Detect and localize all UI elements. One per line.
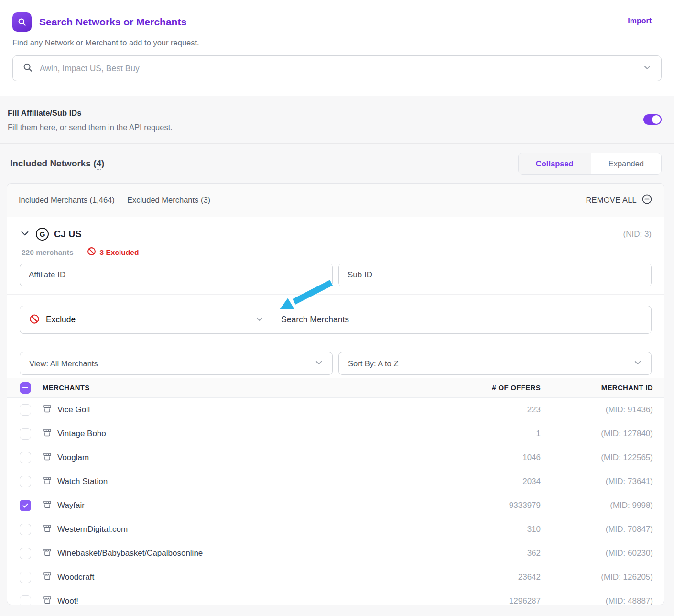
offers-value: 223: [397, 405, 541, 415]
row-checkbox[interactable]: [20, 428, 31, 440]
merchant-name-cell: Woot!: [43, 595, 397, 605]
table-row[interactable]: Winebasket/Babybasket/Capalbosonline 362…: [7, 541, 664, 565]
page-title: Search Networks or Merchants: [39, 16, 186, 28]
merchant-id-value: (MID: 122565): [541, 453, 653, 462]
merchant-name: Vice Golf: [57, 405, 90, 415]
merchant-count: 220 merchants: [22, 248, 74, 257]
row-checkbox[interactable]: [20, 404, 31, 416]
row-checkbox[interactable]: [20, 524, 31, 535]
merchant-name-cell: Wayfair: [43, 500, 397, 511]
table-row[interactable]: Vice Golf 223 (MID: 91436): [7, 398, 664, 422]
row-checkbox[interactable]: [20, 500, 31, 511]
table-row[interactable]: Woodcraft 23642 (MID: 126205): [7, 565, 664, 589]
row-checkbox[interactable]: [20, 548, 31, 559]
toggle-knob: [652, 115, 661, 124]
id-inputs-row: [20, 264, 652, 286]
divider: [7, 294, 664, 295]
network-meta-row: 220 merchants 3 Excluded: [20, 247, 652, 258]
offers-value: 2034: [397, 477, 541, 486]
network-search-combobox[interactable]: [12, 55, 662, 81]
table-row[interactable]: Vintage Boho 1 (MID: 127840): [7, 422, 664, 446]
column-header-merchant-id: MERCHANT ID: [541, 384, 653, 392]
table-row[interactable]: Wayfair 9333979 (MID: 9998): [7, 494, 664, 517]
offers-value: 1: [397, 429, 541, 439]
fill-ids-section: Fill Affiliate/Sub IDs Fill them here, o…: [0, 96, 674, 144]
table-row[interactable]: Watch Station 2034 (MID: 73641): [7, 470, 664, 494]
merchant-name-cell: Vice Golf: [43, 404, 397, 416]
merchant-name: Wayfair: [57, 501, 85, 510]
row-checkbox[interactable]: [20, 452, 31, 463]
search-icon: [22, 62, 33, 75]
merchant-name-cell: WesternDigital.com: [43, 524, 397, 535]
storefront-icon: [43, 476, 52, 487]
tab-excluded-merchants[interactable]: Excluded Merchants (3): [127, 196, 210, 205]
affiliate-id-field[interactable]: [20, 264, 333, 286]
chevron-down-icon[interactable]: [20, 228, 30, 241]
included-networks-row: Included Networks (4) Collapsed Expanded: [0, 144, 674, 183]
merchant-name: Vooglam: [57, 453, 89, 462]
merchant-search-input[interactable]: [281, 315, 643, 325]
sort-filter-value: Sort By: A to Z: [348, 359, 398, 368]
storefront-icon: [43, 595, 52, 605]
storefront-icon: [43, 404, 52, 416]
exclude-mode-select[interactable]: Exclude: [20, 306, 273, 333]
table-row[interactable]: WesternDigital.com 310 (MID: 70847): [7, 517, 664, 541]
merchant-name-cell: Vintage Boho: [43, 428, 397, 440]
tab-included-merchants[interactable]: Included Merchants (1,464): [19, 196, 115, 205]
merchants-card: Included Merchants (1,464) Excluded Merc…: [7, 183, 664, 605]
storefront-icon: [43, 428, 52, 440]
remove-all-label: REMOVE ALL: [586, 196, 637, 205]
merchant-name-cell: Vooglam: [43, 452, 397, 463]
sort-filter-dropdown[interactable]: Sort By: A to Z: [338, 352, 652, 375]
select-all-checkbox[interactable]: [20, 382, 31, 394]
sub-id-field[interactable]: [338, 264, 652, 286]
fill-ids-text: Fill Affiliate/Sub IDs Fill them here, o…: [8, 109, 173, 132]
merchant-name-cell: Winebasket/Babybasket/Capalbosonline: [43, 548, 397, 559]
column-header-merchants: MERCHANTS: [43, 384, 397, 392]
fill-ids-title: Fill Affiliate/Sub IDs: [8, 109, 173, 118]
excluded-count-label: 3 Excluded: [100, 248, 139, 257]
import-button[interactable]: Import: [628, 17, 652, 25]
networks-count: 4: [97, 158, 102, 170]
network-header-row: Ǥ CJ US (NID: 3): [20, 228, 652, 241]
view-filter-dropdown[interactable]: View: All Merchants: [20, 352, 333, 375]
no-entry-icon: [29, 314, 40, 326]
merchant-id-value: (MID: 73641): [541, 477, 653, 486]
row-checkbox[interactable]: [20, 572, 31, 583]
merchant-id-value: (MID: 91436): [541, 405, 653, 415]
offers-value: 1296287: [397, 596, 541, 605]
merchant-name-cell: Woodcraft: [43, 572, 397, 583]
merchant-list: Vice Golf 223 (MID: 91436) Vintage Boho …: [7, 398, 664, 605]
indeterminate-minus-icon: [22, 387, 28, 388]
header-subtitle: Find any Network or Merchant to add to y…: [12, 38, 662, 47]
merchant-name-cell: Watch Station: [43, 476, 397, 487]
table-row[interactable]: Vooglam 1046 (MID: 122565): [7, 446, 664, 470]
search-input[interactable]: [40, 64, 636, 74]
row-checkbox[interactable]: [20, 476, 31, 487]
view-filter-value: View: All Merchants: [29, 359, 98, 368]
merchant-id-value: (MID: 70847): [541, 525, 653, 534]
table-row[interactable]: Woot! 1296287 (MID: 48887): [7, 589, 664, 605]
page: Search Networks or Merchants Import Find…: [0, 0, 674, 616]
merchant-name: Winebasket/Babybasket/Capalbosonline: [57, 549, 203, 558]
offers-value: 362: [397, 549, 541, 558]
table-header: MERCHANTS # OF OFFERS MERCHANT ID: [7, 378, 664, 398]
storefront-icon: [43, 500, 52, 511]
search-header: Search Networks or Merchants Import Find…: [0, 0, 674, 96]
merchant-name: Woot!: [57, 596, 78, 605]
expanded-view-button[interactable]: Expanded: [591, 153, 661, 174]
fill-ids-toggle[interactable]: [643, 114, 662, 125]
cj-network-logo-icon: Ǥ: [36, 228, 49, 241]
remove-all-button[interactable]: REMOVE ALL: [586, 194, 652, 207]
network-id: (NID: 3): [623, 230, 652, 239]
offers-value: 9333979: [397, 501, 541, 510]
fill-ids-subtitle: Fill them here, or send them in the API …: [8, 123, 173, 132]
network-block: Ǥ CJ US (NID: 3) 220 merchants 3 Exclude…: [7, 217, 664, 286]
collapsed-view-button[interactable]: Collapsed: [519, 153, 591, 174]
exclude-mode-label: Exclude: [46, 315, 76, 325]
storefront-icon: [43, 524, 52, 535]
row-checkbox[interactable]: [20, 595, 31, 605]
merchant-name: Vintage Boho: [57, 429, 106, 439]
merchant-name: Watch Station: [57, 477, 108, 486]
excluded-group: 3 Excluded: [87, 247, 139, 258]
